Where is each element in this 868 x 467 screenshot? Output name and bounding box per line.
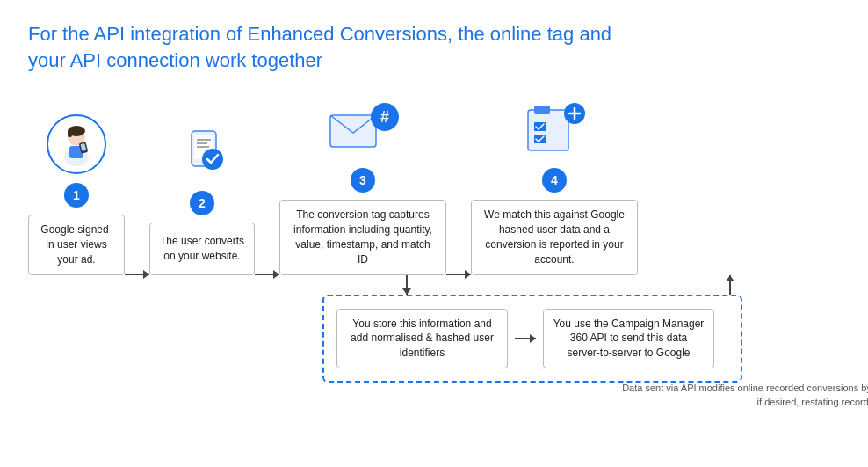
- step-1-label: Google signed-in user views your ad.: [38, 223, 115, 266]
- step-1-box: Google signed-in user views your ad.: [28, 215, 125, 274]
- step-1-icon-area: [28, 109, 125, 179]
- page-title: For the API integration of Enhanced Conv…: [28, 21, 643, 73]
- step-4-col: 4 We match this against Google hashed us…: [471, 94, 638, 274]
- arrow-1-2: [125, 177, 149, 275]
- step-3-box: The conversion tag captures information …: [279, 200, 446, 274]
- bottom-box-2: You use the Campaign Manager 360 API to …: [543, 309, 714, 368]
- svg-rect-3: [68, 130, 72, 137]
- step-3-icon-area: #: [279, 94, 446, 164]
- arrow-3-4: [446, 177, 471, 275]
- svg-rect-16: [528, 110, 568, 150]
- svg-text:#: #: [380, 108, 389, 126]
- bottom-box-1: You store this information and add norma…: [336, 309, 508, 368]
- step-2-col: 2 The user converts on your website.: [149, 117, 255, 275]
- arrow-2-3: [255, 177, 279, 275]
- diagram: 1 Google signed-in user views your ad.: [28, 94, 840, 389]
- step-3-number: 3: [351, 168, 375, 193]
- step-2-number: 2: [190, 191, 214, 215]
- step-4-label: We match this against Google hashed user…: [481, 208, 628, 266]
- step-3-col: # 3 The conversion tag captures informat…: [279, 94, 446, 274]
- svg-rect-17: [534, 106, 550, 114]
- step-1-number: 1: [64, 183, 89, 208]
- step-4-icon-area: [471, 94, 638, 164]
- step-4-number: 4: [542, 168, 567, 193]
- arrow-bottom-1-2: [508, 338, 543, 339]
- step-4-box: We match this against Google hashed user…: [471, 200, 638, 274]
- step-2-label: The user converts on your website.: [159, 234, 245, 264]
- bottom-box-1-label: You store this information and add norma…: [346, 317, 498, 361]
- bottom-box-2-label: You use the Campaign Manager 360 API to …: [553, 317, 705, 361]
- step-2-box: The user converts on your website.: [149, 223, 255, 275]
- step-2-icon-area: [154, 117, 250, 187]
- step-2-icon: [172, 122, 232, 182]
- step-3-icon: #: [323, 99, 402, 159]
- step-3-label: The conversion tag captures information …: [289, 208, 437, 266]
- footnote: Data sent via API modifies online record…: [621, 381, 868, 410]
- step-1-icon: [47, 114, 106, 174]
- step-4-icon: [515, 99, 594, 159]
- step-1-col: 1 Google signed-in user views your ad.: [28, 109, 125, 274]
